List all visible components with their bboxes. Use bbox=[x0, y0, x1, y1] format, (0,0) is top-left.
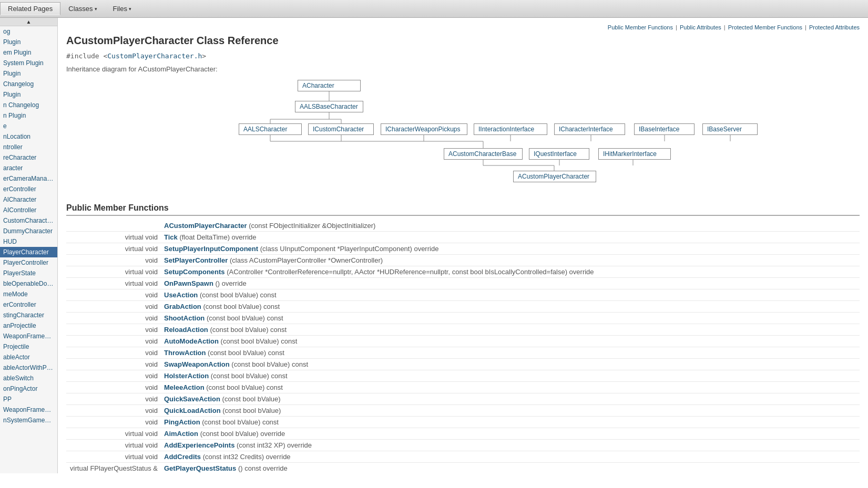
sidebar-item-hud[interactable]: HUD bbox=[0, 236, 57, 247]
table-row: void HolsterAction (const bool bValue) c… bbox=[66, 370, 860, 382]
sidebar-item-e[interactable]: e bbox=[0, 121, 57, 131]
sidebar-item-stingcharacter[interactable]: stingCharacter bbox=[0, 310, 57, 320]
func-link-addcredits[interactable]: AddCredits bbox=[164, 453, 201, 461]
sidebar-item-pp[interactable]: PP bbox=[0, 394, 57, 404]
sidebar-item-alcharacter[interactable]: AlCharacter bbox=[0, 194, 57, 205]
sidebar-item-system-plugin[interactable]: System Plugin bbox=[0, 58, 57, 68]
sidebar-item-plugin2[interactable]: Plugin bbox=[0, 68, 57, 79]
sidebar-item-aracter[interactable]: aracter bbox=[0, 163, 57, 173]
return-type-cell: void bbox=[66, 405, 161, 417]
content-area: Public Member Functions | Public Attribu… bbox=[58, 18, 868, 473]
func-name-cell: UseAction (const bool bValue) const bbox=[161, 289, 860, 301]
sidebar-item-bleopenabledooract[interactable]: bleOpenableDoorAct bbox=[0, 278, 57, 289]
diagram-node-ibaseinterface[interactable]: IBaseInterface bbox=[634, 123, 695, 135]
func-link-addexperiencepoints[interactable]: AddExperiencePoints bbox=[164, 441, 234, 449]
diagram-node-iquestinterface[interactable]: IQuestInterface bbox=[529, 148, 589, 160]
func-name-cell: SwapWeaponAction (const bool bValue) con… bbox=[161, 359, 860, 370]
sidebar-item-projectile[interactable]: Projectile bbox=[0, 341, 57, 352]
sidebar-item-plugin3[interactable]: Plugin bbox=[0, 89, 57, 100]
nav-tab-files[interactable]: Files ▾ bbox=[105, 2, 139, 15]
sidebar-item-weaponframework2[interactable]: WeaponFramework bbox=[0, 404, 57, 415]
sidebar: ▲ og Plugin em Plugin System Plugin Plug… bbox=[0, 18, 58, 473]
sidebar-item-playercharacter[interactable]: PlayerCharacter bbox=[0, 247, 57, 257]
func-link-automodeaction[interactable]: AutoModeAction bbox=[164, 337, 219, 345]
return-type-cell: virtual FPlayerQuestStatus & bbox=[66, 463, 161, 474]
sidebar-scroll-up[interactable]: ▲ bbox=[0, 18, 57, 26]
sidebar-item-customcharacterbase[interactable]: CustomCharacterBase bbox=[0, 215, 57, 226]
sidebar-item-ercontroller2[interactable]: erController bbox=[0, 299, 57, 310]
top-link-protected-attributes[interactable]: Protected Attributes bbox=[809, 24, 860, 30]
sidebar-item-recharacter[interactable]: reCharacter bbox=[0, 152, 57, 163]
include-link[interactable]: CustomPlayerCharacter.h bbox=[107, 52, 202, 60]
func-link-holsteraction[interactable]: HolsterAction bbox=[164, 372, 209, 380]
sidebar-item-ercontroller[interactable]: erController bbox=[0, 184, 57, 194]
nav-tab-classes[interactable]: Classes ▾ bbox=[60, 2, 105, 15]
func-link-quickloadaction[interactable]: QuickLoadAction bbox=[164, 407, 221, 414]
func-link-onpawnspawn[interactable]: OnPawnSpawn bbox=[164, 279, 213, 287]
nav-tab-related-pages[interactable]: Related Pages bbox=[0, 2, 60, 15]
func-link-swapweaponaction[interactable]: SwapWeaponAction bbox=[164, 360, 230, 368]
diagram-node-acustomplayercharacter[interactable]: ACustomPlayerCharacter bbox=[513, 171, 596, 182]
sidebar-item-playerstate[interactable]: PlayerState bbox=[0, 268, 57, 278]
func-link-reloadaction[interactable]: ReloadAction bbox=[164, 326, 208, 334]
diagram-node-acharacter[interactable]: ACharacter bbox=[298, 80, 361, 91]
diagram-node-ibaseserver[interactable]: IBaseServer bbox=[702, 123, 758, 135]
sidebar-item-ercameramanager[interactable]: erCameraManager bbox=[0, 173, 57, 184]
sidebar-item-playercontroller[interactable]: PlayerController bbox=[0, 257, 57, 268]
sidebar-item-n-plugin[interactable]: n Plugin bbox=[0, 110, 57, 121]
sidebar-item-plugin1[interactable]: Plugin bbox=[0, 37, 57, 47]
func-name-cell: GetPlayerQuestStatus () const override bbox=[161, 463, 860, 474]
include-line: #include <CustomPlayerCharacter.h> bbox=[66, 52, 860, 60]
sidebar-item-og[interactable]: og bbox=[0, 26, 57, 37]
func-link-setupcomponents[interactable]: SetupComponents bbox=[164, 268, 225, 276]
func-link-throwaction[interactable]: ThrowAction bbox=[164, 349, 206, 357]
func-link-useaction[interactable]: UseAction bbox=[164, 291, 198, 299]
func-link-shootaction[interactable]: ShootAction bbox=[164, 314, 205, 322]
func-link-acustomplayercharacter-ctor[interactable]: ACustomPlayerCharacter bbox=[164, 222, 247, 230]
return-type-cell: void bbox=[66, 347, 161, 359]
diagram-node-acustomcharacterbase[interactable]: ACustomCharacterBase bbox=[444, 148, 523, 160]
diagram-node-iinteractioninterface[interactable]: IInteractionInterface bbox=[474, 123, 547, 135]
sidebar-item-weaponframework[interactable]: WeaponFramework bbox=[0, 331, 57, 341]
sidebar-item-em-plugin[interactable]: em Plugin bbox=[0, 47, 57, 58]
func-link-setplayercontroller[interactable]: SetPlayerController bbox=[164, 256, 228, 264]
func-name-cell: SetPlayerController (class ACustomPlayer… bbox=[161, 255, 860, 266]
return-type-cell: void bbox=[66, 359, 161, 370]
diagram-node-icustomcharacter[interactable]: ICustomCharacter bbox=[308, 123, 374, 135]
sidebar-item-ableswitch[interactable]: ableSwitch bbox=[0, 373, 57, 383]
return-type-cell: void bbox=[66, 313, 161, 324]
sidebar-item-nlocation[interactable]: nLocation bbox=[0, 131, 57, 142]
sidebar-item-ableactor[interactable]: ableActor bbox=[0, 352, 57, 362]
sidebar-item-onpingactor[interactable]: onPingActor bbox=[0, 383, 57, 394]
return-type-cell: virtual void bbox=[66, 232, 161, 243]
func-link-grabaction[interactable]: GrabAction bbox=[164, 303, 201, 310]
func-link-getplayerqueststatus[interactable]: GetPlayerQuestStatus bbox=[164, 464, 236, 472]
sidebar-item-n-changelog[interactable]: n Changelog bbox=[0, 100, 57, 110]
func-link-setupplayerinputcomponent[interactable]: SetupPlayerInputComponent bbox=[164, 245, 258, 253]
sidebar-item-changelog[interactable]: Changelog bbox=[0, 79, 57, 89]
diagram-node-ihitmarkerinterface[interactable]: IHitMarkerInterface bbox=[598, 148, 671, 160]
sidebar-item-anprojectile[interactable]: anProjectile bbox=[0, 320, 57, 331]
func-name-cell: ReloadAction (const bool bValue) const bbox=[161, 324, 860, 336]
diagram-node-icharacterinterface[interactable]: ICharacterInterface bbox=[554, 123, 625, 135]
sidebar-item-memode[interactable]: meMode bbox=[0, 289, 57, 299]
top-link-public-member-functions[interactable]: Public Member Functions bbox=[608, 24, 673, 30]
func-link-meleeaction[interactable]: MeleeAction bbox=[164, 383, 205, 391]
func-link-tick[interactable]: Tick bbox=[164, 233, 178, 241]
sidebar-item-aicontroller[interactable]: AIController bbox=[0, 205, 57, 215]
sidebar-item-ableactorwithprompt[interactable]: ableActorWithPrompt bbox=[0, 362, 57, 373]
func-link-aimaction[interactable]: AimAction bbox=[164, 430, 198, 438]
func-link-pingaction[interactable]: PingAction bbox=[164, 418, 200, 426]
top-link-public-attributes[interactable]: Public Attributes bbox=[680, 24, 721, 30]
func-name-cell: QuickLoadAction (const bool bValue) bbox=[161, 405, 860, 417]
sidebar-item-dummycharacter[interactable]: DummyCharacter bbox=[0, 226, 57, 236]
func-name-cell: AimAction (const bool bValue) override bbox=[161, 428, 860, 440]
sidebar-item-nsystemgamemode[interactable]: nSystemGameMode bbox=[0, 415, 57, 425]
table-row: void ThrowAction (const bool bValue) con… bbox=[66, 347, 860, 359]
diagram-node-aalsbasecharacter[interactable]: AALSBaseCharacter bbox=[295, 101, 363, 112]
func-link-quicksaveaction[interactable]: QuickSaveAction bbox=[164, 395, 220, 403]
sidebar-item-ntroller[interactable]: ntroller bbox=[0, 142, 57, 152]
diagram-node-aalscharacter[interactable]: AALSCharacter bbox=[239, 123, 302, 135]
top-link-protected-member-functions[interactable]: Protected Member Functions bbox=[728, 24, 802, 30]
diagram-node-icharacterweaponpickups[interactable]: ICharacterWeaponPickups bbox=[381, 123, 467, 135]
